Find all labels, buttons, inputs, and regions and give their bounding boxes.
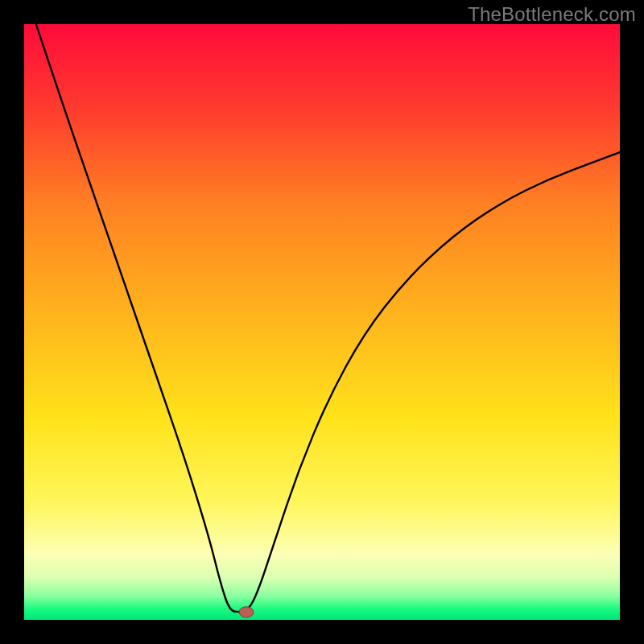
plot-area	[24, 24, 620, 620]
chart-frame: TheBottleneck.com	[0, 0, 644, 644]
chart-svg	[24, 24, 620, 620]
watermark-text: TheBottleneck.com	[468, 3, 636, 26]
minimum-marker	[239, 607, 254, 617]
gradient-background	[24, 24, 620, 620]
